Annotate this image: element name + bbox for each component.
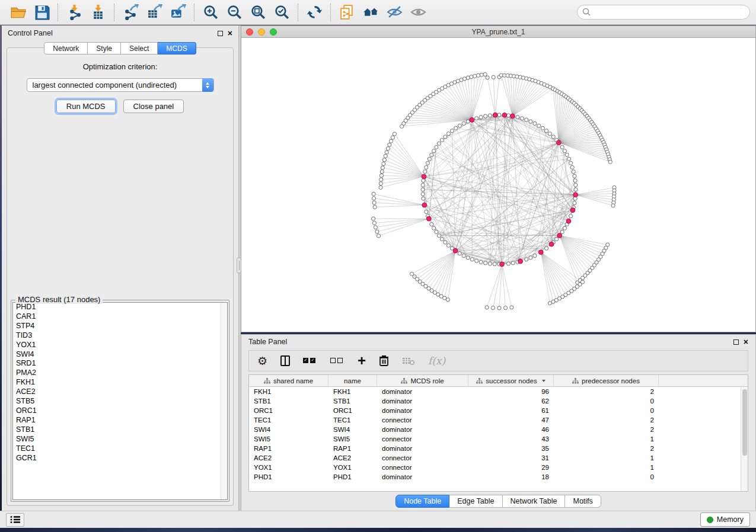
mcds-result-node[interactable]: STB5 (13, 397, 227, 406)
satellite-node[interactable] (483, 72, 487, 76)
mcds-result-node[interactable]: SWI4 (13, 350, 227, 360)
satellite-node[interactable] (388, 143, 391, 146)
mcds-result-node[interactable]: ACE2 (13, 387, 227, 397)
close-panel-button[interactable]: Close panel (123, 100, 184, 113)
mcds-node[interactable] (426, 216, 431, 221)
network-node[interactable] (421, 183, 425, 187)
network-node[interactable] (533, 121, 537, 125)
mcds-node[interactable] (470, 118, 474, 123)
network-node[interactable] (479, 260, 483, 264)
refresh-network-button[interactable] (302, 1, 326, 24)
show-all-button[interactable] (406, 1, 430, 24)
network-node[interactable] (425, 165, 428, 169)
satellite-node[interactable] (385, 150, 388, 154)
settings-gear-button[interactable]: ⚙ (257, 353, 267, 368)
network-node[interactable] (525, 258, 528, 261)
network-node[interactable] (475, 259, 479, 262)
import-network-button[interactable] (62, 1, 86, 24)
mcds-node[interactable] (422, 174, 426, 179)
network-node[interactable] (525, 118, 528, 121)
delete-column-button[interactable] (379, 353, 389, 368)
mcds-node[interactable] (566, 219, 571, 223)
close-table-panel-icon[interactable]: × (744, 339, 748, 345)
table-row[interactable]: TEC1TEC1connector472 (249, 415, 741, 425)
mcds-node[interactable] (573, 193, 578, 197)
satellite-node[interactable] (380, 170, 384, 174)
network-node[interactable] (529, 120, 532, 123)
network-node[interactable] (569, 161, 573, 165)
mcds-node[interactable] (511, 114, 515, 118)
select-all-checks-button[interactable] (303, 353, 317, 368)
network-node[interactable] (506, 262, 510, 265)
float-table-panel-icon[interactable] (733, 339, 739, 345)
mcds-result-node[interactable]: PHD1 (13, 303, 227, 312)
network-node[interactable] (432, 149, 436, 153)
network-node[interactable] (570, 165, 574, 169)
satellite-node[interactable] (379, 174, 383, 177)
memory-button[interactable]: Memory (700, 512, 750, 527)
run-mcds-button[interactable]: Run MCDS (56, 100, 116, 113)
satellite-node[interactable] (473, 74, 477, 78)
mcds-result-node[interactable]: SWI5 (13, 435, 227, 444)
network-node[interactable] (435, 145, 438, 149)
result-list-scrollbar[interactable] (221, 303, 227, 499)
mcds-result-node[interactable]: PMA2 (13, 368, 227, 378)
zoom-selected-button[interactable] (270, 1, 294, 24)
network-node[interactable] (440, 238, 444, 241)
satellite-node[interactable] (375, 230, 379, 233)
network-node[interactable] (458, 124, 461, 127)
satellite-node[interactable] (485, 306, 489, 309)
table-scrollbar[interactable] (741, 387, 748, 491)
network-node[interactable] (454, 126, 458, 130)
satellite-node[interactable] (374, 226, 377, 229)
mcds-result-node[interactable]: STP4 (13, 322, 227, 331)
show-columns-button[interactable] (280, 353, 290, 368)
satellite-node[interactable] (486, 76, 489, 79)
satellite-node[interactable] (372, 192, 375, 196)
network-node[interactable] (421, 188, 425, 191)
network-node[interactable] (444, 135, 447, 139)
mcds-result-node[interactable]: TID3 (13, 331, 227, 341)
satellite-node[interactable] (377, 234, 380, 238)
satellite-node[interactable] (386, 147, 390, 150)
network-node[interactable] (484, 261, 487, 265)
mcds-node[interactable] (500, 262, 505, 267)
network-node[interactable] (493, 262, 496, 266)
satellite-node[interactable] (379, 178, 383, 181)
network-node[interactable] (574, 188, 578, 191)
network-node[interactable] (432, 226, 436, 230)
network-node[interactable] (437, 234, 441, 238)
open-file-button[interactable] (6, 1, 30, 24)
network-node[interactable] (440, 138, 444, 142)
search-input[interactable] (577, 5, 750, 20)
export-image-button[interactable] (166, 1, 190, 24)
column-header-successor-nodes[interactable]: successor nodes (468, 375, 554, 386)
tab-node-table[interactable]: Node Table (395, 495, 449, 508)
network-node[interactable] (421, 193, 425, 196)
network-node[interactable] (520, 117, 524, 120)
mcds-result-node[interactable]: TEC1 (13, 444, 227, 454)
satellite-node[interactable] (372, 221, 376, 225)
table-row[interactable]: ORC1ORC1dominator610 (249, 406, 741, 415)
import-table-button[interactable] (86, 1, 110, 24)
zoom-out-button[interactable] (222, 1, 246, 24)
mcds-node[interactable] (422, 203, 427, 207)
network-node[interactable] (425, 210, 428, 213)
network-node[interactable] (422, 179, 425, 182)
mcds-node[interactable] (518, 259, 523, 264)
network-node[interactable] (430, 223, 433, 226)
satellite-node[interactable] (372, 201, 376, 204)
network-node[interactable] (435, 230, 438, 234)
mcds-node[interactable] (549, 242, 554, 246)
float-window-icon[interactable] (218, 31, 223, 36)
network-node[interactable] (470, 258, 474, 261)
network-node[interactable] (555, 238, 559, 241)
satellite-node[interactable] (608, 160, 612, 164)
save-session-button[interactable] (30, 1, 53, 24)
satellite-node[interactable] (391, 136, 394, 139)
column-header-MCDS-role[interactable]: MCDS role (377, 375, 468, 386)
network-node[interactable] (529, 256, 532, 259)
tab-network[interactable]: Network (44, 42, 88, 55)
hide-selected-button[interactable] (382, 1, 406, 24)
satellite-node[interactable] (476, 73, 480, 77)
